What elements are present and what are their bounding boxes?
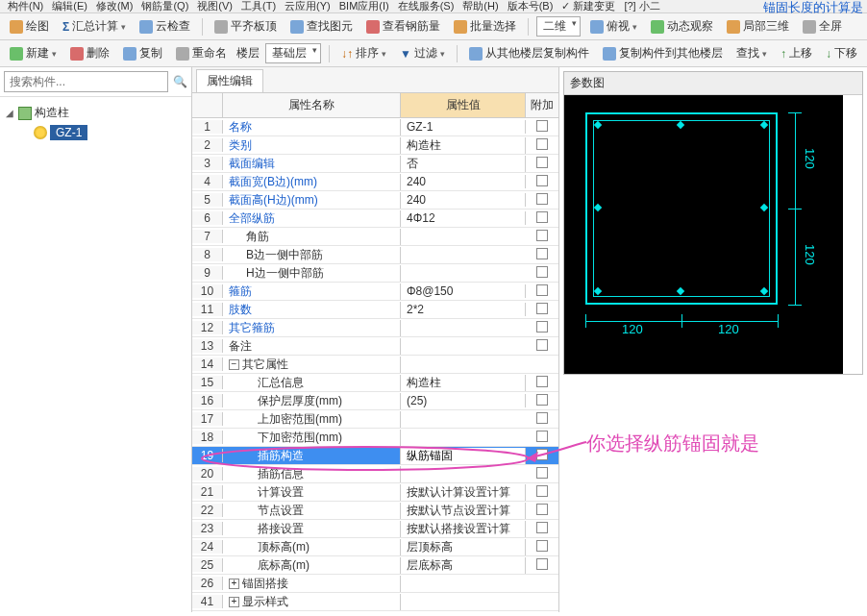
menu-item[interactable]: 视图(V) — [197, 0, 233, 13]
prop-value[interactable]: 按默认搭接设置计算 — [401, 521, 526, 537]
table-row[interactable]: 21计算设置按默认计算设置计算 — [192, 483, 558, 502]
table-row[interactable]: 2类别构造柱 — [192, 136, 558, 155]
table-row[interactable]: 19插筋构造纵筋锚固 — [192, 447, 558, 465]
extra-cell[interactable] — [526, 376, 558, 390]
extra-cell[interactable] — [526, 431, 558, 445]
checkbox[interactable] — [536, 248, 548, 259]
expand-icon[interactable]: − — [229, 359, 239, 370]
checkbox[interactable] — [536, 230, 548, 241]
copyfrom-button[interactable]: 从其他楼层复制构件 — [465, 43, 593, 63]
find-button[interactable]: 查找 ▾ — [732, 43, 771, 63]
prop-value[interactable]: 2*2 — [401, 303, 526, 316]
extra-cell[interactable] — [526, 467, 558, 481]
menu-item[interactable]: 钢筋量(Q) — [141, 0, 188, 13]
table-row[interactable]: 11肢数2*2 — [192, 301, 558, 319]
menu-item[interactable]: 帮助(H) — [462, 0, 498, 13]
checkbox[interactable] — [536, 540, 548, 552]
filter-button[interactable]: ▼ 过滤 ▾ — [396, 43, 449, 63]
checkbox[interactable] — [536, 431, 548, 442]
table-row[interactable]: 26+ 锚固搭接 — [192, 575, 558, 593]
flattop-button[interactable]: 平齐板顶 — [211, 16, 281, 37]
expand-icon[interactable]: + — [229, 579, 239, 589]
table-row[interactable]: 20插筋信息 — [192, 465, 558, 483]
prop-value[interactable]: 构造柱 — [401, 375, 526, 391]
checkbox[interactable] — [536, 138, 548, 150]
sumcalc-button[interactable]: Σ 汇总计算 ▾ — [59, 16, 130, 37]
prop-value[interactable]: Φ8@150 — [401, 284, 526, 298]
table-row[interactable]: 8B边一侧中部筋 — [192, 246, 558, 264]
extra-cell[interactable] — [526, 558, 558, 573]
menu-item[interactable]: [?] 小二 — [624, 0, 659, 13]
table-row[interactable]: 12其它箍筋 — [192, 319, 558, 337]
table-row[interactable]: 23搭接设置按默认搭接设置计算 — [192, 520, 558, 538]
checkbox[interactable] — [536, 284, 548, 296]
extra-cell[interactable] — [526, 248, 558, 262]
prop-value[interactable]: 构造柱 — [401, 137, 526, 154]
movedown-button[interactable]: ↓ 下移 — [822, 43, 861, 63]
cloudcheck-button[interactable]: 云检查 — [136, 16, 194, 37]
menu-item[interactable]: 在线服务(S) — [398, 0, 455, 13]
prop-value[interactable]: (25) — [401, 394, 526, 407]
checkbox[interactable] — [536, 120, 548, 132]
collapse-icon[interactable]: ◢ — [4, 108, 15, 118]
table-row[interactable]: 4截面宽(B边)(mm)240 — [192, 173, 558, 191]
extra-cell[interactable] — [526, 540, 558, 554]
menu-item[interactable]: 云应用(Y) — [285, 0, 331, 13]
extra-cell[interactable] — [526, 303, 558, 317]
table-row[interactable]: 18下加密范围(mm) — [192, 429, 558, 447]
prop-value[interactable]: 240 — [401, 175, 526, 188]
table-row[interactable]: 24顶标高(m)层顶标高 — [192, 538, 558, 556]
extra-cell[interactable] — [526, 522, 558, 536]
table-row[interactable]: 13备注 — [192, 337, 558, 356]
checkbox[interactable] — [536, 504, 548, 515]
extra-cell[interactable] — [526, 485, 558, 500]
copyto-button[interactable]: 复制构件到其他楼层 — [599, 43, 727, 63]
menu-item[interactable]: ✓ 新建变更 — [561, 0, 615, 13]
table-row[interactable]: 25底标高(m)层底标高 — [192, 556, 558, 575]
prop-value[interactable]: 240 — [401, 193, 526, 207]
copy-button[interactable]: 复制 — [119, 43, 166, 63]
extra-cell[interactable] — [526, 120, 558, 135]
checkbox[interactable] — [536, 558, 548, 570]
prop-value[interactable]: 4Φ12 — [401, 211, 526, 225]
diagram-canvas[interactable]: 120 120 120 120 — [564, 95, 843, 374]
extra-cell[interactable] — [526, 321, 558, 335]
menu-item[interactable]: 编辑(E) — [52, 0, 87, 13]
table-row[interactable]: 14− 其它属性 — [192, 356, 558, 374]
prop-value[interactable]: GZ-1 — [401, 120, 526, 134]
checkbox[interactable] — [536, 193, 548, 205]
checkbox[interactable] — [536, 485, 548, 497]
draw-button[interactable]: 绘图 — [6, 16, 53, 37]
table-row[interactable]: 22节点设置按默认节点设置计算 — [192, 502, 558, 520]
fullscreen-button[interactable]: 全屏 — [799, 16, 846, 37]
extra-cell[interactable] — [526, 504, 558, 518]
tree-root[interactable]: ◢ 构造柱 — [4, 103, 187, 123]
checkbox[interactable] — [536, 467, 548, 479]
extra-cell[interactable] — [526, 211, 558, 226]
checkbox[interactable] — [536, 157, 548, 168]
menu-item[interactable]: 修改(M) — [96, 0, 134, 13]
local3d-button[interactable]: 局部三维 — [723, 16, 793, 37]
search-icon[interactable]: 🔍 — [172, 74, 187, 89]
checkbox[interactable] — [536, 449, 548, 460]
extra-cell[interactable] — [526, 193, 558, 208]
checkbox[interactable] — [536, 339, 548, 351]
viewmode-button[interactable]: 俯视 ▾ — [586, 16, 641, 37]
floor-combo[interactable]: 基础层 — [265, 43, 321, 63]
extra-cell[interactable] — [526, 339, 558, 354]
table-row[interactable]: 7角筋 — [192, 228, 558, 246]
extra-cell[interactable] — [526, 266, 558, 281]
dynview-button[interactable]: 动态观察 — [647, 16, 717, 37]
checkbox[interactable] — [536, 266, 548, 278]
search-input[interactable] — [4, 71, 168, 92]
extra-cell[interactable] — [526, 284, 558, 299]
table-row[interactable]: 9H边一侧中部筋 — [192, 264, 558, 283]
menu-item[interactable]: BIM应用(I) — [339, 0, 389, 13]
prop-value[interactable]: 层底标高 — [401, 557, 526, 574]
moveup-button[interactable]: ↑ 上移 — [777, 43, 816, 63]
delete-button[interactable]: 删除 — [66, 43, 113, 63]
viewrebar-button[interactable]: 查看钢筋量 — [362, 16, 444, 37]
new-button[interactable]: 新建 ▾ — [6, 43, 61, 63]
tree-item-gz1[interactable]: GZ-1 — [4, 123, 187, 142]
menu-item[interactable]: 工具(T) — [241, 0, 276, 13]
